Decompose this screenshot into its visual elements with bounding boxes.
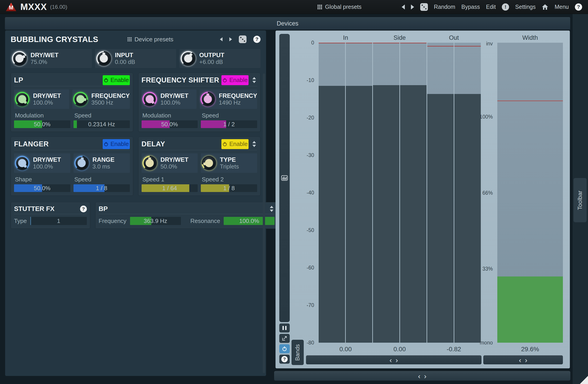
module-delay: DELAY Enable DRY/WET50.0% TYPETriplets xyxy=(138,137,261,196)
help-icon[interactable]: ? xyxy=(575,3,582,11)
output-knob[interactable] xyxy=(181,51,196,66)
module-title: FLANGER xyxy=(14,140,49,148)
bypass-button[interactable]: Bypass xyxy=(461,4,480,10)
resize-grip[interactable] xyxy=(580,376,588,384)
pause-button[interactable] xyxy=(279,324,290,332)
previous-preset-icon[interactable] xyxy=(402,4,405,9)
db-scale: 0 -10 -20 -30 -40 -50 -60 -70 -80 xyxy=(289,43,316,343)
global-presets-button[interactable]: Global presets xyxy=(317,4,361,10)
device-panel-scrollbar[interactable] xyxy=(263,73,265,373)
knob-cell[interactable]: FREQUENCY3500 Hz xyxy=(72,89,130,109)
reorder-chevrons-icon[interactable] xyxy=(251,140,257,148)
enable-button[interactable]: Enable xyxy=(103,75,130,85)
menu-button[interactable]: Menu xyxy=(555,4,569,10)
help-icon[interactable]: ? xyxy=(253,36,261,43)
bottom-scrollbar[interactable]: ‹› xyxy=(274,371,570,381)
previous-device-preset-icon[interactable] xyxy=(220,37,223,41)
app-title: MXXX xyxy=(20,2,47,12)
global-presets-label: Global presets xyxy=(325,4,361,10)
fs-dry-wet-knob[interactable] xyxy=(143,92,157,106)
delay-dry-wet-knob[interactable] xyxy=(143,156,157,170)
module-title: DELAY xyxy=(142,140,165,148)
dice-icon[interactable] xyxy=(420,3,428,11)
meter-help-button[interactable]: ? xyxy=(279,355,290,364)
device-presets-button[interactable]: Device presets xyxy=(127,36,173,43)
knob-cell[interactable]: DRY/WET100.0% xyxy=(14,153,70,173)
speed-slider[interactable]: 1 / 2 xyxy=(201,120,257,128)
reorder-chevrons-icon[interactable] xyxy=(251,76,257,84)
dry-wet-knob[interactable] xyxy=(12,51,27,66)
random-button[interactable]: Random xyxy=(434,4,456,10)
tab-devices[interactable]: Devices xyxy=(5,17,570,30)
device-presets-label: Device presets xyxy=(135,36,173,43)
meter-bar xyxy=(427,43,454,343)
preset-name: BUBBLING CRYSTALS xyxy=(11,35,98,44)
input-knob[interactable] xyxy=(96,51,111,66)
app-version: (16.00) xyxy=(50,4,67,10)
dry-wet-knob-cell[interactable]: DRY/WET75.0% xyxy=(11,49,92,68)
melda-logo-icon: M xyxy=(6,3,16,11)
meter-view-tab[interactable] xyxy=(279,34,290,322)
flanger-range-knob[interactable] xyxy=(74,156,89,170)
meter-power-button[interactable] xyxy=(279,344,290,353)
lp-frequency-knob[interactable] xyxy=(73,92,88,106)
reorder-chevrons-icon[interactable] xyxy=(269,205,274,213)
width-scrollbar[interactable]: ‹› xyxy=(483,355,563,364)
meter-readout-out: -0.82 xyxy=(431,346,477,353)
fs-frequency-knob[interactable] xyxy=(201,92,215,106)
stutter-type-field[interactable]: 1 xyxy=(30,217,87,225)
meter-bar xyxy=(373,43,399,343)
width-peak-line xyxy=(497,100,563,101)
grid-icon xyxy=(127,37,132,41)
bp-frequency-slider[interactable]: 363.9 Hz xyxy=(130,217,181,225)
modules-grid: LP Enable DRY/WET100.0% FREQUENCY3500 Hz… xyxy=(11,73,261,196)
knob-cell[interactable]: TYPETriplets xyxy=(201,153,257,173)
alert-icon[interactable]: ! xyxy=(502,3,509,11)
edit-button[interactable]: Edit xyxy=(486,4,496,10)
lp-dry-wet-knob[interactable] xyxy=(15,92,29,106)
help-icon[interactable]: ? xyxy=(80,206,87,212)
knob-cell[interactable]: RANGE3.0 ms xyxy=(74,153,130,173)
expand-button[interactable] xyxy=(279,334,290,343)
speed1-slider[interactable]: 1 / 64 xyxy=(142,184,198,192)
module-bp: BP Frequency 363.9 Hz Resonance 100.0% xyxy=(95,202,278,229)
width-meter-fill xyxy=(497,276,563,343)
knob-cell[interactable]: DRY/WET100.0% xyxy=(14,89,69,109)
speed2-slider[interactable]: 1 / 8 xyxy=(201,184,257,192)
tab-bands[interactable]: Bands xyxy=(292,340,304,365)
enable-button[interactable]: Enable xyxy=(103,139,130,149)
flanger-dry-wet-knob[interactable] xyxy=(15,156,29,170)
meter-panel: ? Bands In Side Out Width 0 -10 -20 -30 … xyxy=(275,31,570,368)
module-title: LP xyxy=(14,76,23,84)
bp-resonance-slider[interactable]: 100.0% xyxy=(224,217,274,225)
next-preset-icon[interactable] xyxy=(411,4,414,9)
knob-cell[interactable]: DRY/WET100.0% xyxy=(142,89,197,109)
knob-cell[interactable]: FREQUENCY1490 Hz xyxy=(200,89,257,109)
delay-type-knob[interactable] xyxy=(202,156,216,170)
modulation-slider[interactable]: 50.0% xyxy=(142,120,198,128)
settings-button[interactable]: Settings xyxy=(515,4,536,10)
speed-slider[interactable]: 1 / 8 xyxy=(74,184,130,192)
type-label: Type xyxy=(14,217,27,225)
knob-label: DRY/WET xyxy=(31,52,59,59)
modulation-slider[interactable]: 50.0% xyxy=(14,120,70,128)
tab-toolbar[interactable]: Toolbar xyxy=(573,178,587,222)
meter-readout-side: 0.00 xyxy=(377,346,422,353)
levels-scrollbar[interactable]: ‹› xyxy=(306,355,482,364)
resonance-label: Resonance xyxy=(190,217,220,225)
home-icon[interactable] xyxy=(542,4,548,10)
shape-slider[interactable]: 50.0% xyxy=(14,184,70,192)
output-knob-cell[interactable]: OUTPUT+6.00 dB xyxy=(179,49,261,68)
power-icon xyxy=(222,78,227,83)
global-knob-row: DRY/WET75.0% INPUT0.00 dB OUTPUT+6.00 dB xyxy=(11,49,261,68)
module-title: STUTTER FX xyxy=(14,205,55,212)
speed-slider[interactable]: 0.2314 Hz xyxy=(74,120,130,128)
input-knob-cell[interactable]: INPUT0.00 dB xyxy=(95,49,176,68)
randomize-device-icon[interactable] xyxy=(239,36,247,43)
next-device-preset-icon[interactable] xyxy=(229,37,232,41)
top-menu: Global presets Random Bypass Edit ! Sett… xyxy=(317,3,582,11)
enable-button[interactable]: Enable xyxy=(221,139,249,149)
knob-cell[interactable]: DRY/WET50.0% xyxy=(142,153,198,173)
enable-button[interactable]: Enable xyxy=(221,75,249,85)
knob-value: 75.0% xyxy=(31,59,59,65)
